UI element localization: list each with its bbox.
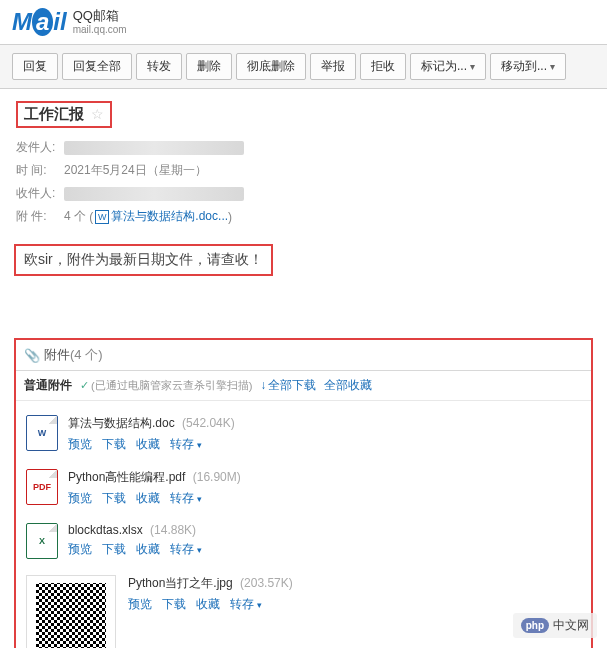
- to-value: [64, 187, 244, 201]
- logo-brand: QQ邮箱 mail.qq.com: [73, 9, 127, 34]
- attachment-item: W 算法与数据结构.doc (542.04K) 预览 下载 收藏 转存: [26, 407, 581, 461]
- file-info: Python高性能编程.pdf (16.90M) 预览 下载 收藏 转存: [68, 469, 581, 507]
- email-subject: 工作汇报: [24, 105, 84, 122]
- logo[interactable]: Mail QQ邮箱 mail.qq.com: [12, 8, 127, 36]
- from-label: 发件人:: [16, 139, 64, 156]
- shield-icon: ✓: [80, 379, 89, 392]
- save-to-link[interactable]: 转存: [170, 436, 202, 453]
- forward-button[interactable]: 转发: [136, 53, 182, 80]
- toolbar: 回复 回复全部 转发 删除 彻底删除 举报 拒收 标记为... 移动到...: [0, 45, 607, 89]
- file-name: Python当打之年.jpg: [128, 576, 233, 590]
- scan-note: ✓ (已通过电脑管家云查杀引擎扫描): [80, 378, 252, 393]
- attach-paren-close: ): [228, 210, 232, 224]
- to-row: 收件人:: [16, 182, 591, 205]
- reply-button[interactable]: 回复: [12, 53, 58, 80]
- app-header: Mail QQ邮箱 mail.qq.com: [0, 0, 607, 45]
- file-actions: 预览 下载 收藏 转存: [68, 436, 581, 453]
- file-size: (203.57K): [240, 576, 293, 590]
- paperclip-icon: 📎: [24, 348, 40, 363]
- attachments-section-label: 普通附件: [24, 377, 72, 394]
- brand-name: QQ邮箱: [73, 9, 127, 23]
- file-size: (14.88K): [150, 523, 196, 537]
- attach-paren: (: [86, 210, 93, 224]
- delete-permanent-button[interactable]: 彻底删除: [236, 53, 306, 80]
- attachments-header: 📎 附件 (4 个): [16, 340, 591, 371]
- to-label: 收件人:: [16, 185, 64, 202]
- star-icon[interactable]: ☆: [91, 106, 104, 122]
- file-name: Python高性能编程.pdf: [68, 470, 185, 484]
- attachments-subheader: 普通附件 ✓ (已通过电脑管家云查杀引擎扫描) ↓全部下载 全部收藏: [16, 371, 591, 401]
- email-body: 欧sir，附件为最新日期文件，请查收！: [0, 240, 607, 288]
- qr-code-icon: [36, 583, 106, 649]
- from-row: 发件人:: [16, 136, 591, 159]
- favorite-all-link[interactable]: 全部收藏: [324, 377, 372, 394]
- favorite-link[interactable]: 收藏: [196, 596, 220, 613]
- download-icon: ↓: [260, 378, 266, 392]
- delete-button[interactable]: 删除: [186, 53, 232, 80]
- attach-meta-row: 附 件: 4 个 ( W 算法与数据结构.doc... ): [16, 205, 591, 228]
- file-actions: 预览 下载 收藏 转存: [128, 596, 581, 613]
- move-to-dropdown[interactable]: 移动到...: [490, 53, 566, 80]
- download-link[interactable]: 下载: [102, 490, 126, 507]
- favorite-link[interactable]: 收藏: [136, 436, 160, 453]
- file-size: (542.04K): [182, 416, 235, 430]
- file-size: (16.90M): [193, 470, 241, 484]
- file-name: blockdtas.xlsx: [68, 523, 143, 537]
- date-label: 时 间:: [16, 162, 64, 179]
- file-actions: 预览 下载 收藏 转存: [68, 490, 581, 507]
- date-row: 时 间: 2021年5月24日（星期一）: [16, 159, 591, 182]
- email-meta: 工作汇报 ☆ 发件人: 时 间: 2021年5月24日（星期一） 收件人: 附 …: [0, 89, 607, 240]
- date-value: 2021年5月24日（星期一）: [64, 162, 207, 179]
- favorite-link[interactable]: 收藏: [136, 541, 160, 558]
- save-to-link[interactable]: 转存: [170, 541, 202, 558]
- brand-url: mail.qq.com: [73, 24, 127, 35]
- file-icon-xls: X: [26, 523, 58, 559]
- file-icon-pdf: PDF: [26, 469, 58, 505]
- attach-first-link[interactable]: 算法与数据结构.doc...: [111, 208, 228, 225]
- preview-link[interactable]: 预览: [68, 436, 92, 453]
- file-name: 算法与数据结构.doc: [68, 416, 175, 430]
- attachments-section: 📎 附件 (4 个) 普通附件 ✓ (已通过电脑管家云查杀引擎扫描) ↓全部下载…: [14, 338, 593, 648]
- from-value: [64, 141, 244, 155]
- logo-mail-icon: Mail: [12, 8, 67, 36]
- preview-link[interactable]: 预览: [68, 490, 92, 507]
- file-actions: 预览 下载 收藏 转存: [68, 541, 581, 558]
- file-info: 算法与数据结构.doc (542.04K) 预览 下载 收藏 转存: [68, 415, 581, 453]
- attachment-item: X blockdtas.xlsx (14.88K) 预览 下载 收藏 转存: [26, 515, 581, 567]
- download-all-link[interactable]: ↓全部下载: [260, 377, 316, 394]
- report-button[interactable]: 举报: [310, 53, 356, 80]
- attachment-item: Python当打之年 Python当打之年.jpg (203.57K) 预览 下…: [26, 567, 581, 648]
- body-text: 欧sir，附件为最新日期文件，请查收！: [14, 244, 273, 276]
- attachment-item: PDF Python高性能编程.pdf (16.90M) 预览 下载 收藏 转存: [26, 461, 581, 515]
- file-info: Python当打之年.jpg (203.57K) 预览 下载 收藏 转存: [128, 575, 581, 613]
- favorite-link[interactable]: 收藏: [136, 490, 160, 507]
- reply-all-button[interactable]: 回复全部: [62, 53, 132, 80]
- attach-count-meta: 4 个: [64, 208, 86, 225]
- download-link[interactable]: 下载: [162, 596, 186, 613]
- reject-button[interactable]: 拒收: [360, 53, 406, 80]
- watermark-text: 中文网: [553, 617, 589, 634]
- preview-link[interactable]: 预览: [128, 596, 152, 613]
- subject-row: 工作汇报 ☆: [16, 101, 112, 128]
- attachments-count: (4 个): [70, 346, 103, 364]
- watermark: php 中文网: [513, 613, 597, 638]
- file-info: blockdtas.xlsx (14.88K) 预览 下载 收藏 转存: [68, 523, 581, 558]
- download-link[interactable]: 下载: [102, 541, 126, 558]
- php-badge-icon: php: [521, 618, 549, 633]
- attachment-list: W 算法与数据结构.doc (542.04K) 预览 下载 收藏 转存 PDF …: [16, 401, 591, 648]
- attach-label: 附 件:: [16, 208, 64, 225]
- download-link[interactable]: 下载: [102, 436, 126, 453]
- save-to-link[interactable]: 转存: [170, 490, 202, 507]
- doc-icon: W: [95, 210, 109, 224]
- file-thumbnail-image[interactable]: Python当打之年: [26, 575, 116, 648]
- mark-as-dropdown[interactable]: 标记为...: [410, 53, 486, 80]
- save-to-link[interactable]: 转存: [230, 596, 262, 613]
- attachments-title: 附件: [44, 346, 70, 364]
- preview-link[interactable]: 预览: [68, 541, 92, 558]
- file-icon-doc: W: [26, 415, 58, 451]
